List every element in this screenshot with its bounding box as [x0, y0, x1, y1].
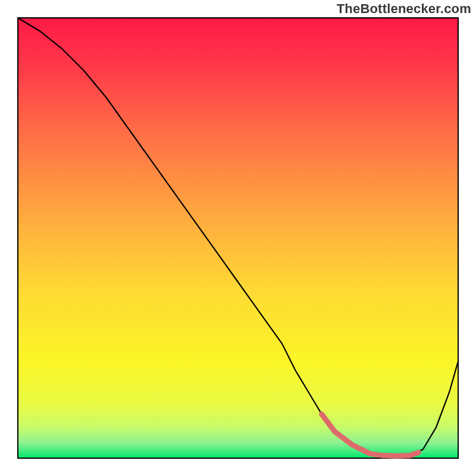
chart-plot-area	[18, 18, 458, 458]
brand-label: TheBottlenecker.com	[337, 1, 471, 17]
bottleneck-chart	[0, 0, 476, 476]
